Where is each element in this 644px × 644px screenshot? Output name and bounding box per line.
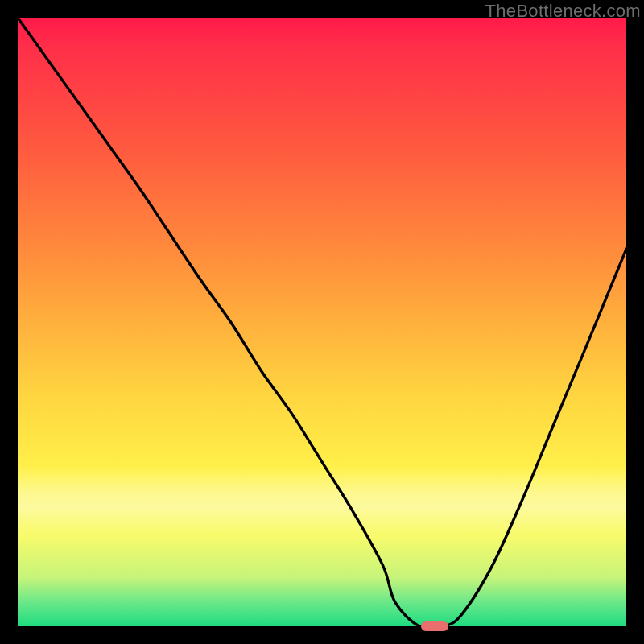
bottleneck-curve — [18, 18, 626, 629]
curve-layer — [18, 18, 626, 626]
bottleneck-chart: TheBottleneck.com — [0, 0, 644, 644]
plot-area — [18, 18, 626, 626]
optimal-marker — [421, 621, 448, 631]
